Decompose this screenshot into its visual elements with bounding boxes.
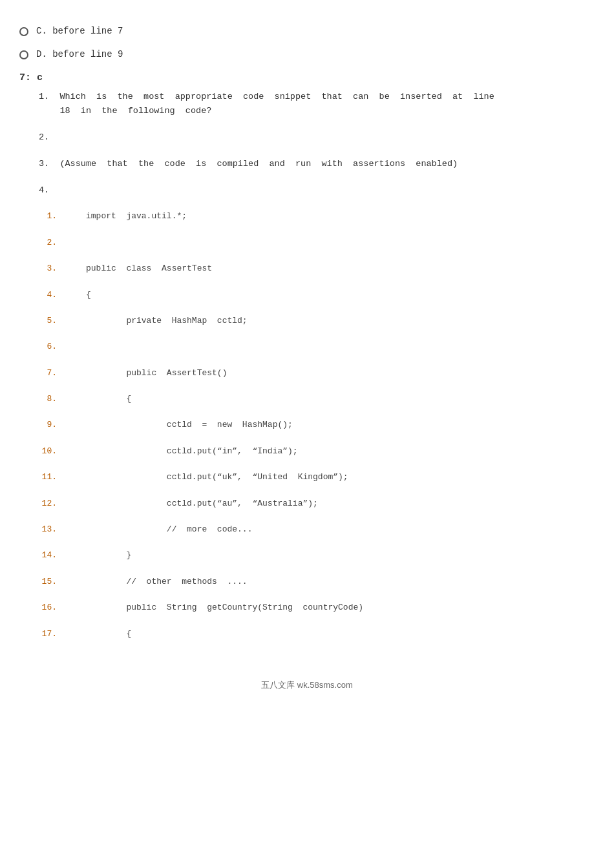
line-content-15: // other methods .... — [61, 575, 248, 589]
radio-circle-d — [19, 50, 28, 59]
line-number-10: 10. — [39, 445, 57, 459]
line-number-1: 1. — [39, 210, 57, 223]
code-line-5: 5. private HashMap cctld; — [39, 315, 595, 328]
line-content-7: public AssertTest() — [61, 367, 227, 380]
code-blank-18 — [39, 432, 595, 445]
answer-section: 7: c 1. Which is the most appropriate co… — [19, 72, 595, 654]
code-line-10: 10. cctld.put(“in”, “India”); — [39, 445, 595, 459]
code-blank-24 — [39, 510, 595, 523]
question-line-3: 2. — [39, 130, 595, 145]
code-line-1: 1. import java.util.*; — [39, 210, 595, 223]
code-blank-2 — [39, 223, 595, 236]
option-c[interactable]: C. before line 7 — [19, 26, 595, 36]
line-number-11: 11. — [39, 471, 57, 484]
line-number-8: 8. — [39, 393, 57, 406]
code-blank-6 — [39, 276, 595, 289]
line-number-17: 17. — [39, 628, 57, 641]
answer-label: 7: c — [19, 72, 595, 83]
question-block: 1. Which is the most appropriate code sn… — [39, 90, 595, 198]
code-blank-26 — [39, 537, 595, 550]
line-number-13: 13. — [39, 523, 57, 537]
radio-circle-c — [19, 27, 28, 36]
code-blank-20 — [39, 459, 595, 471]
line-content-14: } — [61, 549, 131, 563]
line-number-14: 14. — [39, 549, 57, 563]
line-number-3: 3. — [39, 262, 57, 276]
code-line-17: 17. { — [39, 628, 595, 641]
code-line-12: 12. cctld.put(“au”, “Australia”); — [39, 497, 595, 511]
code-blank-32 — [39, 615, 595, 628]
code-line-14: 14. } — [39, 549, 595, 563]
option-d-text: D. before line 9 — [36, 49, 123, 59]
code-line-6: 6. — [39, 340, 595, 354]
code-blank-final — [39, 641, 595, 654]
code-line-3: 3. public class AssertTest — [39, 262, 595, 276]
code-blank-30 — [39, 589, 595, 602]
code-blank-14 — [39, 380, 595, 393]
code-line-15: 15. // other methods .... — [39, 575, 595, 589]
line-content-8: { — [61, 393, 131, 406]
line-number-16: 16. — [39, 601, 57, 615]
footer: 五八文库 wk.58sms.com — [19, 679, 595, 691]
code-blank-0 — [39, 198, 595, 211]
line-content-10: cctld.put(“in”, “India”); — [61, 445, 298, 459]
code-line-9: 9. cctld = new HashMap(); — [39, 418, 595, 432]
code-block: 1. import java.util.*;2.3. public class … — [39, 198, 595, 654]
line-content-3: public class AssertTest — [61, 262, 212, 276]
line-content-13: // more code... — [61, 523, 252, 537]
code-line-7: 7. public AssertTest() — [39, 367, 595, 380]
line-number-9: 9. — [39, 418, 57, 432]
question-line-4: 3. (Assume that the code is compiled and… — [39, 157, 595, 171]
line-number-4: 4. — [39, 289, 57, 302]
question-line-2: 18 in the following code? — [39, 104, 595, 118]
code-line-8: 8. { — [39, 393, 595, 406]
line-content-5: private HashMap cctld; — [61, 315, 248, 328]
line-number-15: 15. — [39, 575, 57, 589]
code-blank-10 — [39, 328, 595, 341]
option-c-text: C. before line 7 — [36, 26, 123, 36]
blank-3 — [39, 144, 595, 157]
line-number-6: 6. — [39, 340, 57, 354]
line-content-17: { — [61, 628, 131, 641]
blank-4 — [39, 171, 595, 184]
line-content-4: { — [61, 289, 91, 302]
line-content-1: import java.util.*; — [61, 210, 187, 223]
option-d[interactable]: D. before line 9 — [19, 49, 595, 59]
line-number-2: 2. — [39, 236, 57, 250]
code-line-11: 11. cctld.put(“uk”, “United Kingdom”); — [39, 471, 595, 484]
code-line-13: 13. // more code... — [39, 523, 595, 537]
line-content-9: cctld = new HashMap(); — [61, 418, 293, 432]
line-content-12: cctld.put(“au”, “Australia”); — [61, 497, 318, 511]
question-line-5: 4. — [39, 183, 595, 198]
line-number-12: 12. — [39, 497, 57, 511]
question-line-1: 1. Which is the most appropriate code sn… — [39, 90, 595, 104]
code-line-16: 16. public String getCountry(String coun… — [39, 601, 595, 615]
code-line-2: 2. — [39, 236, 595, 250]
code-blank-22 — [39, 484, 595, 497]
line-number-7: 7. — [39, 367, 57, 380]
line-content-11: cctld.put(“uk”, “United Kingdom”); — [61, 471, 348, 484]
code-line-4: 4. { — [39, 289, 595, 302]
code-blank-28 — [39, 563, 595, 575]
code-blank-12 — [39, 354, 595, 367]
code-blank-8 — [39, 302, 595, 315]
code-blank-4 — [39, 250, 595, 263]
line-content-16: public String getCountry(String countryC… — [61, 601, 363, 615]
line-number-5: 5. — [39, 315, 57, 328]
blank-2 — [39, 118, 595, 130]
code-blank-16 — [39, 406, 595, 419]
